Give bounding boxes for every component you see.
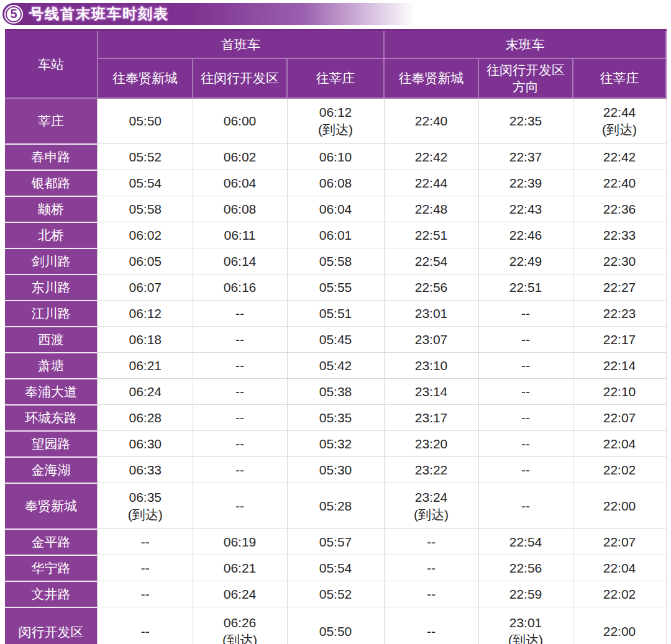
time-cell: -- — [98, 581, 193, 607]
time-cell: 22:56 — [384, 274, 478, 301]
time-cell: 22:07 — [573, 405, 666, 431]
time-cell: 22:04 — [573, 555, 666, 581]
time-cell: 22:07 — [573, 529, 666, 555]
time-cell: 06:02 — [98, 222, 193, 248]
station-cell: 金平路 — [5, 529, 98, 555]
first-train-group-header: 首班车 — [98, 30, 384, 58]
time-cell: -- — [478, 327, 573, 353]
time-cell: -- — [384, 607, 478, 644]
time-cell: 05:58 — [287, 248, 384, 274]
time-cell: 22:40 — [573, 170, 666, 196]
time-cell: 22:42 — [573, 144, 666, 170]
time-cell: -- — [193, 483, 287, 529]
time-cell: 06:11 — [193, 222, 287, 248]
table-row: 颛桥05:5806:0806:0422:4822:4322:36 — [5, 196, 666, 222]
time-cell: 05:54 — [98, 170, 193, 196]
time-cell: 22:43 — [478, 196, 573, 222]
time-cell: 06:14 — [193, 248, 287, 274]
timetable: 车站 首班车 末班车 往奉贤新城 往闵行开发区 往莘庄 往奉贤新城 往闵行开发区… — [5, 29, 667, 644]
time-cell: 06:04 — [287, 196, 384, 222]
time-cell: 22:49 — [478, 248, 573, 274]
station-cell: 闵行开发区 — [5, 607, 98, 644]
header-group-row: 车站 首班车 末班车 — [5, 30, 666, 58]
station-cell: 颛桥 — [5, 196, 98, 222]
time-cell: -- — [193, 379, 287, 405]
time-cell: 22:54 — [478, 529, 573, 555]
time-cell: 06:18 — [98, 327, 193, 353]
table-row: 江川路06:12--05:5123:01--22:23 — [5, 301, 666, 327]
time-cell: -- — [478, 457, 573, 483]
direction-header: 往莘庄 — [287, 58, 384, 98]
time-cell: 22:36 — [573, 196, 666, 222]
station-cell: 西渡 — [5, 327, 98, 353]
time-cell: 06:26 (到达) — [193, 607, 287, 644]
station-cell: 春申路 — [5, 144, 98, 170]
time-cell: -- — [98, 607, 193, 644]
station-cell: 东川路 — [5, 274, 98, 301]
station-cell: 奉贤新城 — [5, 483, 98, 529]
time-cell: 05:55 — [287, 274, 384, 301]
table-row: 奉浦大道06:24--05:3823:14--22:10 — [5, 379, 666, 405]
table-row: 西渡06:18--05:4523:07--22:17 — [5, 327, 666, 353]
time-cell: 22:23 — [573, 301, 666, 327]
last-train-group-header: 末班车 — [384, 30, 666, 58]
time-cell: -- — [384, 529, 478, 555]
page-title-bar: 5 号线首末班车时刻表 — [2, 3, 669, 25]
table-row: 金平路--06:1905:57--22:5422:07 — [5, 529, 666, 555]
time-cell: 22:37 — [478, 144, 573, 170]
time-cell: 05:57 — [287, 529, 384, 555]
station-cell: 望园路 — [5, 431, 98, 457]
time-cell: 22:51 — [384, 222, 478, 248]
time-cell: 06:21 — [193, 555, 287, 581]
time-cell: -- — [193, 301, 287, 327]
direction-header: 往闵行开发区方向 — [478, 58, 573, 98]
time-cell: 23:10 — [384, 353, 478, 379]
time-cell: 06:01 — [287, 222, 384, 248]
time-cell: 06:10 — [287, 144, 384, 170]
time-cell: 22:02 — [573, 457, 666, 483]
table-row: 剑川路06:0506:1405:5822:5422:4922:30 — [5, 248, 666, 274]
time-cell: 22:54 — [384, 248, 478, 274]
time-cell: 23:01 — [384, 301, 478, 327]
time-cell: 06:08 — [287, 170, 384, 196]
time-cell: -- — [384, 555, 478, 581]
time-cell: 22:44 — [384, 170, 478, 196]
table-row: 文井路--06:2405:52--22:5922:02 — [5, 581, 666, 607]
time-cell: 22:56 — [478, 555, 573, 581]
time-cell: 23:22 — [384, 457, 478, 483]
station-cell: 银都路 — [5, 170, 98, 196]
station-cell: 江川路 — [5, 301, 98, 327]
station-cell: 华宁路 — [5, 555, 98, 581]
timetable-header: 车站 首班车 末班车 往奉贤新城 往闵行开发区 往莘庄 往奉贤新城 往闵行开发区… — [5, 30, 666, 98]
time-cell: 22:59 — [478, 581, 573, 607]
time-cell: -- — [478, 431, 573, 457]
time-cell: 22:17 — [573, 327, 666, 353]
time-cell: 05:51 — [287, 301, 384, 327]
time-cell: 05:58 — [98, 196, 193, 222]
time-cell: 22:46 — [478, 222, 573, 248]
time-cell: 22:10 — [573, 379, 666, 405]
time-cell: -- — [193, 457, 287, 483]
table-row: 望园路06:30--05:3223:20--22:04 — [5, 431, 666, 457]
line-number-badge: 5 — [6, 6, 22, 22]
time-cell: 06:35 (到达) — [98, 483, 193, 529]
table-row: 环城东路06:28--05:3523:17--22:07 — [5, 405, 666, 431]
time-cell: 05:32 — [287, 431, 384, 457]
header-direction-row: 往奉贤新城 往闵行开发区 往莘庄 往奉贤新城 往闵行开发区方向 往莘庄 — [5, 58, 666, 98]
page-title: 号线首末班车时刻表 — [29, 4, 169, 24]
direction-header: 往奉贤新城 — [98, 58, 193, 98]
time-cell: -- — [478, 405, 573, 431]
time-cell: 22:48 — [384, 196, 478, 222]
time-cell: 05:38 — [287, 379, 384, 405]
time-cell: 22:44 (到达) — [573, 98, 666, 144]
time-cell: -- — [384, 581, 478, 607]
time-cell: 05:28 — [287, 483, 384, 529]
time-cell: 06:28 — [98, 405, 193, 431]
time-cell: 06:05 — [98, 248, 193, 274]
time-cell: 22:35 — [478, 98, 573, 144]
time-cell: 06:00 — [193, 98, 287, 144]
time-cell: 22:33 — [573, 222, 666, 248]
table-row: 东川路06:0706:1605:5522:5622:5122:27 — [5, 274, 666, 301]
time-cell: -- — [478, 301, 573, 327]
table-row: 春申路05:5206:0206:1022:4222:3722:42 — [5, 144, 666, 170]
